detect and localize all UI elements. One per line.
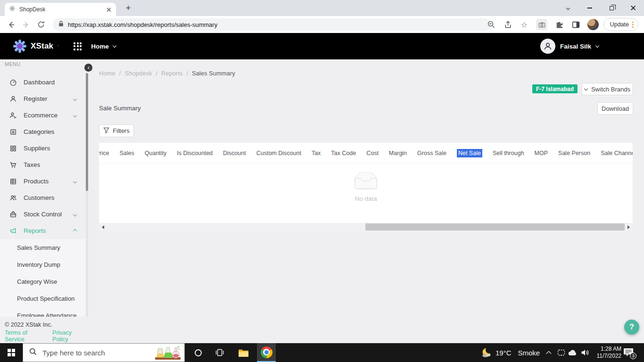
column-header-quantity[interactable]: Quantity [145, 150, 167, 156]
lock-icon [58, 20, 64, 29]
column-header-tax-code[interactable]: Tax Code [331, 150, 356, 156]
tab-search-chevron-icon[interactable] [557, 0, 579, 16]
start-button[interactable] [0, 343, 23, 362]
screen-clip-icon[interactable] [555, 343, 567, 362]
tab-close-icon[interactable]: ✕ [106, 6, 112, 13]
chevron-down-icon [73, 113, 77, 117]
nav-home-dropdown[interactable]: Home [91, 43, 116, 50]
column-header-tax[interactable]: Tax [312, 150, 321, 156]
breadcrumb-item[interactable]: Home [99, 70, 116, 77]
file-explorer-icon[interactable] [234, 343, 253, 362]
column-header-sell-through[interactable]: Sell through [493, 150, 524, 156]
scroll-right-arrow-icon[interactable] [625, 223, 633, 231]
chrome-icon[interactable] [257, 343, 276, 362]
sidebar-subitem-inventory-dump[interactable]: Inventory Dump [0, 256, 86, 273]
sidebar-item-suppliers[interactable]: Suppliers [0, 140, 86, 156]
search-highlight-beakers-icon[interactable] [154, 346, 182, 362]
browser-menu-dots-icon[interactable] [632, 22, 634, 28]
scroll-left-arrow-icon[interactable] [99, 223, 107, 231]
sidebar-collapse-button[interactable] [84, 64, 92, 72]
sidebar-item-customers[interactable]: Customers [0, 189, 86, 206]
sidebar-item-label: Suppliers [24, 145, 50, 152]
clock-time: 1:28 AM [601, 346, 621, 353]
sidebar-item-reports[interactable]: Reports [0, 222, 86, 239]
sidebar-subitem-category-wise[interactable]: Category Wise [0, 273, 86, 290]
notification-count-badge: 3 [630, 353, 636, 359]
notification-center-icon[interactable]: 3 [623, 347, 635, 358]
user-avatar-icon [540, 39, 555, 54]
window-restore-button[interactable] [601, 0, 622, 16]
breadcrumb-item[interactable]: Reports [161, 70, 183, 77]
nav-home-label: Home [91, 43, 109, 50]
camera-extension-icon[interactable] [536, 19, 547, 30]
weather-temp: 19°C [495, 349, 512, 357]
help-button[interactable]: ? [624, 320, 639, 335]
task-view-icon[interactable] [210, 343, 229, 362]
download-label: Download [602, 105, 629, 112]
column-header-mop[interactable]: MOP [535, 150, 548, 156]
sidebar-item-categories[interactable]: Categories [0, 123, 86, 140]
extensions-puzzle-icon[interactable] [554, 20, 564, 29]
sidebar-subitem-employee-attendance[interactable]: Employee Attendance [0, 307, 86, 317]
weather-moon-icon[interactable] [480, 343, 494, 362]
horizontal-scrollbar-thumb[interactable] [365, 223, 625, 230]
switch-brands-button[interactable]: Switch Brands [582, 83, 633, 95]
column-header-sales[interactable]: Sales [119, 150, 134, 156]
address-bar[interactable]: https://xap.xstak.com/shopdesk/reports/s… [53, 18, 491, 31]
reload-icon[interactable] [35, 18, 47, 31]
bookmark-star-icon[interactable]: ☆ [520, 20, 529, 29]
filters-button[interactable]: Filters [99, 124, 134, 137]
sidebar-item-products[interactable]: Products [0, 173, 86, 189]
taskbar-search-box[interactable]: Type here to search [23, 343, 185, 362]
sidebar-item-register[interactable]: Register [0, 90, 86, 107]
privacy-policy-link[interactable]: Privacy Policy [52, 329, 89, 343]
xstak-flower-icon [13, 39, 27, 53]
column-header-gross-sale[interactable]: Gross Sale [417, 150, 446, 156]
column-header-sale-channel[interactable]: Sale Channel [601, 150, 633, 156]
window-minimize-button[interactable] [579, 0, 601, 16]
filters-label: Filters [113, 127, 129, 134]
taskbar-clock[interactable]: 1:28 AM 11/7/2022 [589, 343, 621, 362]
gauge-icon [9, 79, 17, 86]
sidebar-item-label: Stock Control [24, 211, 62, 218]
new-tab-button[interactable]: + [123, 2, 134, 14]
column-header-discount[interactable]: Discount [223, 150, 246, 156]
terms-of-service-link[interactable]: Terms of Service [5, 329, 48, 343]
breadcrumb-item[interactable]: Shopdesk [124, 70, 152, 77]
windows-logo-icon [8, 349, 15, 356]
forward-icon[interactable] [20, 18, 32, 31]
column-header-price[interactable]: Price [99, 150, 109, 156]
person-cart-icon [9, 112, 17, 119]
tab-title: ShopDesk [19, 6, 102, 13]
sidebar-subitem-sales-summary[interactable]: Sales Summary [0, 239, 86, 256]
window-close-button[interactable]: ✕ [622, 0, 644, 16]
horizontal-scrollbar[interactable] [99, 223, 633, 231]
sidebar-item-taxes[interactable]: Taxes [0, 156, 86, 173]
apps-grid-icon[interactable] [74, 42, 82, 50]
weather-widget[interactable]: 19°C Smoke [495, 343, 540, 362]
onedrive-icon[interactable] [567, 343, 579, 362]
column-header-custom-discount[interactable]: Custom Discount [256, 150, 301, 156]
sidebar-item-stock-control[interactable]: Stock Control [0, 206, 86, 222]
column-header-margin[interactable]: Margin [389, 150, 407, 156]
zoom-out-icon[interactable] [487, 20, 496, 29]
column-header-is-discounted[interactable]: Is Discounted [177, 150, 213, 156]
sidebar-subitem-product-specification[interactable]: Product Specification [0, 290, 86, 307]
sidebar-item-ecommerce[interactable]: Ecommerce [0, 107, 86, 123]
sidebar-scrollbar-thumb[interactable] [86, 73, 88, 191]
share-icon[interactable] [503, 20, 512, 29]
side-panel-icon[interactable] [571, 20, 580, 29]
chevron-up-icon[interactable] [543, 343, 554, 362]
chrome-update-button[interactable]: Update [603, 18, 638, 31]
cortana-icon[interactable] [189, 343, 207, 362]
xstak-logo[interactable]: XStakᵔ [13, 39, 58, 53]
back-icon[interactable] [5, 18, 17, 31]
column-header-sale-person[interactable]: Sale Person [558, 150, 590, 156]
column-header-net-sale[interactable]: Net Sale [457, 149, 482, 157]
browser-profile-avatar[interactable] [587, 19, 599, 30]
download-button[interactable]: Download [597, 102, 633, 115]
column-header-cost[interactable]: Cost [366, 150, 379, 156]
browser-tab[interactable]: ShopDesk ✕ [5, 3, 116, 16]
sidebar-item-dashboard[interactable]: Dashboard [0, 74, 86, 90]
user-menu[interactable]: Faisal Silk [540, 39, 599, 54]
